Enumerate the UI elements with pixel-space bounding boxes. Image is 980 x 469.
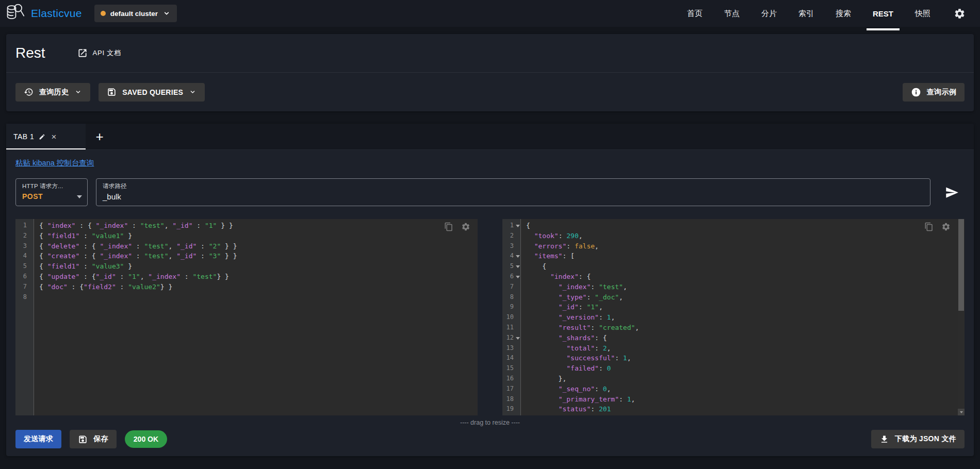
code-line: "_seq_no": 0, — [526, 384, 958, 394]
footer-left: 发送请求 保存 200 OK — [15, 430, 167, 448]
history-icon — [24, 87, 34, 97]
tab-label: TAB 1 — [13, 132, 34, 141]
send-request-button[interactable]: 发送请求 — [15, 430, 61, 448]
rest-header-card: Rest API 文档 查询历史 SAVED QUERIES 查询示例 — [6, 34, 974, 111]
code-line: "_type": "_doc", — [526, 292, 958, 303]
save-label: 保存 — [93, 434, 108, 444]
api-doc-link[interactable]: API 文档 — [77, 48, 121, 58]
save-icon — [107, 87, 117, 97]
send-request-icon-button[interactable] — [939, 178, 965, 206]
download-icon — [879, 434, 889, 444]
query-examples-label: 查询示例 — [927, 88, 956, 97]
code-line: } — [526, 414, 958, 415]
response-editor-pane: 1234567891011121314151617181920 { "took"… — [502, 219, 965, 415]
nav-item-search[interactable]: 搜索 — [825, 0, 862, 27]
send-request-label: 发送请求 — [24, 434, 53, 444]
saved-queries-label: SAVED QUERIES — [122, 88, 183, 96]
nav-item-indices[interactable]: 索引 — [788, 0, 825, 27]
cluster-selector-button[interactable]: default cluster — [94, 5, 177, 22]
edit-tab-icon[interactable] — [39, 133, 45, 140]
code-line: { — [526, 261, 958, 272]
drag-resize-hint[interactable]: ---- drag to resize ---- — [6, 419, 974, 426]
elasticvue-logo-icon — [5, 2, 26, 25]
request-path-value: _bulk — [103, 192, 924, 201]
code-line: "status": 201 — [526, 404, 958, 414]
code-line: }, — [526, 374, 958, 384]
editor-settings-gear-icon[interactable] — [461, 222, 470, 231]
app-bar: Elasticvue default cluster 首页节点分片索引搜索RES… — [0, 0, 980, 27]
plus-icon: + — [95, 129, 103, 145]
code-line: { "field1" : "value1" } — [39, 231, 478, 241]
code-line: { — [526, 221, 958, 231]
rest-header-row: Rest API 文档 — [6, 34, 974, 72]
response-code: { "took": 290, "errors": false, "items":… — [502, 219, 958, 415]
download-label: 下载为 JSON 文件 — [895, 434, 956, 444]
code-line: "_id": "1", — [526, 302, 958, 312]
response-editor[interactable]: 1234567891011121314151617181920 { "took"… — [502, 219, 958, 415]
nav-item-nodes[interactable]: 节点 — [713, 0, 750, 27]
send-icon — [945, 186, 959, 199]
kibana-paste-link[interactable]: 粘贴 kibana 控制台查询 — [15, 158, 94, 168]
code-line: { "field1" : "value3" } — [39, 261, 478, 272]
code-line: "_index": "test", — [526, 282, 958, 292]
chevron-down-icon — [189, 88, 197, 96]
response-scrollbar[interactable] — [958, 219, 965, 415]
gear-icon — [954, 8, 966, 20]
page-title: Rest — [15, 45, 45, 61]
http-method-label: HTTP 请求方... — [22, 182, 81, 190]
add-tab-button[interactable]: + — [86, 124, 113, 149]
rest-panel-body: 粘贴 kibana 控制台查询 HTTP 请求方... POST 请求路径 _b… — [6, 150, 974, 456]
brand: Elasticvue — [0, 2, 82, 25]
code-line: "result": "created", — [526, 323, 958, 333]
editor-settings-gear-icon[interactable] — [941, 222, 951, 231]
nav-item-rest[interactable]: REST — [862, 0, 904, 27]
settings-gear-button[interactable] — [954, 8, 966, 20]
nav-item-snapshots[interactable]: 快照 — [904, 0, 941, 27]
query-history-button[interactable]: 查询历史 — [15, 83, 90, 102]
code-line — [39, 292, 478, 303]
tab-1[interactable]: TAB 1 × — [6, 124, 86, 149]
open-in-new-icon — [77, 48, 88, 58]
query-toolbar-left: 查询历史 SAVED QUERIES — [15, 83, 205, 102]
copy-icon[interactable] — [444, 222, 453, 231]
cluster-status-dot — [101, 11, 106, 16]
arrow-down-icon — [960, 411, 963, 413]
query-examples-button[interactable]: 查询示例 — [903, 83, 965, 102]
code-line: "errors": false, — [526, 241, 958, 252]
query-toolbar-row: 查询历史 SAVED QUERIES 查询示例 — [6, 73, 974, 111]
editors-split: 12345678 { "index" : { "_index" : "test"… — [15, 219, 965, 415]
response-editor-toolbar — [924, 222, 951, 231]
chevron-down-icon — [74, 88, 82, 96]
scrollbar-down-button[interactable] — [958, 409, 965, 415]
download-json-button[interactable]: 下载为 JSON 文件 — [871, 430, 965, 448]
footer-row: 发送请求 保存 200 OK 下载为 JSON 文件 — [15, 430, 965, 448]
main-nav: 首页节点分片索引搜索REST快照 — [676, 0, 941, 27]
code-line: "_version": 1, — [526, 312, 958, 323]
code-line: { "update" : {"_id" : "1", "_index" : "t… — [39, 272, 478, 282]
dropdown-arrow-icon — [77, 195, 82, 198]
request-editor[interactable]: 12345678 { "index" : { "_index" : "test"… — [15, 219, 478, 415]
copy-icon[interactable] — [924, 222, 934, 231]
query-history-label: 查询历史 — [39, 88, 69, 97]
request-path-label: 请求路径 — [103, 182, 924, 190]
save-button[interactable]: 保存 — [70, 430, 117, 448]
code-line: "total": 2, — [526, 343, 958, 354]
scrollbar-thumb[interactable] — [958, 219, 964, 311]
request-editor-toolbar — [444, 222, 470, 231]
save-icon — [78, 434, 88, 444]
status-badge: 200 OK — [125, 430, 167, 448]
code-line: "items": [ — [526, 251, 958, 261]
code-line: { "index" : { "_index" : "test", "_id" :… — [39, 221, 478, 231]
http-method-select[interactable]: HTTP 请求方... POST — [15, 178, 88, 206]
cluster-label: default cluster — [110, 10, 158, 18]
close-tab-icon[interactable]: × — [51, 132, 56, 141]
code-line: "failed": 0 — [526, 363, 958, 374]
nav-item-home[interactable]: 首页 — [676, 0, 713, 27]
request-path-field[interactable]: 请求路径 _bulk — [96, 178, 930, 206]
request-code: { "index" : { "_index" : "test", "_id" :… — [15, 219, 478, 415]
nav-item-shards[interactable]: 分片 — [750, 0, 788, 27]
code-line: "index": { — [526, 272, 958, 282]
code-line: "took": 290, — [526, 231, 958, 241]
saved-queries-button[interactable]: SAVED QUERIES — [99, 83, 205, 102]
code-line: "successful": 1, — [526, 353, 958, 363]
